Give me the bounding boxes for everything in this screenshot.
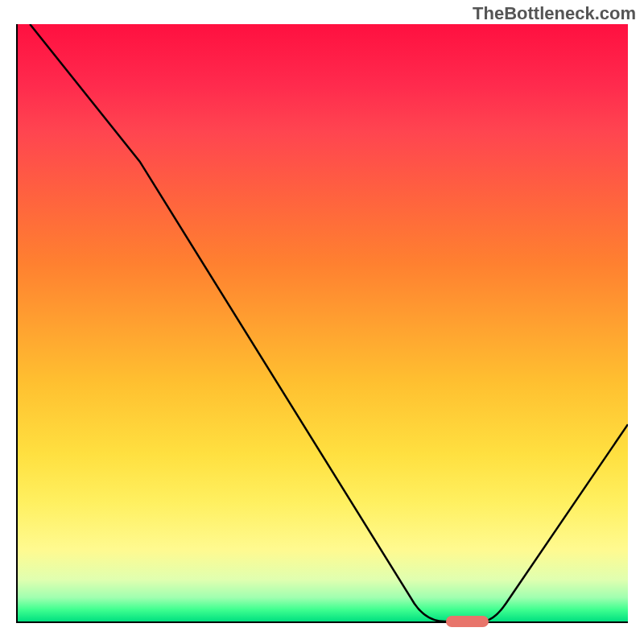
optimal-range-marker xyxy=(446,616,489,627)
watermark-text: TheBottleneck.com xyxy=(473,3,636,24)
bottleneck-curve xyxy=(18,24,628,621)
chart-area xyxy=(16,24,628,623)
